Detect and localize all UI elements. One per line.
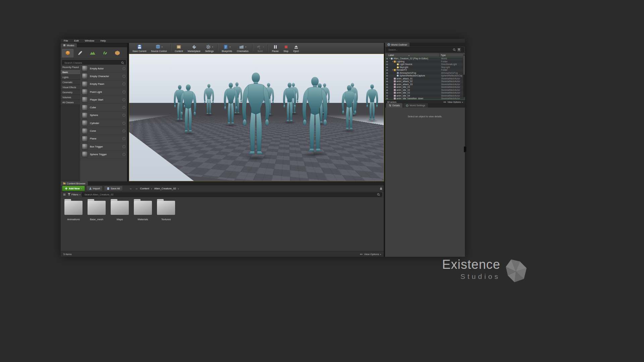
pause-button[interactable]: Pause [270, 43, 281, 53]
panel-expand-grip[interactable] [464, 146, 466, 152]
blueprints-button[interactable]: Blueprints [219, 43, 234, 53]
menu-item[interactable]: File [61, 39, 71, 43]
breadcrumb-root[interactable]: Content [140, 187, 149, 190]
outliner-row[interactable]: anim_idle_01 SkeletalMeshActor [385, 86, 465, 89]
modes-category[interactable]: Volumes [61, 95, 80, 100]
outliner-row[interactable]: Lighting Folder [385, 60, 465, 63]
modes-category[interactable]: All Classes [61, 100, 80, 105]
visibility-eye-icon[interactable] [386, 84, 388, 85]
tab-world-outliner[interactable]: World Outliner [385, 43, 410, 47]
visibility-eye-icon[interactable] [386, 61, 388, 62]
visibility-eye-icon[interactable] [386, 64, 388, 65]
outliner-row[interactable]: anim_attack_02 SkeletalMeshActor [385, 80, 465, 83]
modes-category[interactable]: Lights [61, 75, 80, 80]
modes-search-input[interactable] [64, 61, 120, 65]
outliner-column-header[interactable]: Label Type [385, 53, 465, 57]
menu-item[interactable]: Help [97, 39, 109, 43]
folder-tile[interactable]: Base_mesh [87, 199, 106, 221]
visibility-eye-icon[interactable] [386, 58, 388, 59]
folder-tile[interactable]: Materials [133, 199, 152, 221]
placeable-item[interactable]: Point Light [80, 88, 127, 96]
tab-modes[interactable]: Modes [61, 43, 77, 47]
placeable-item[interactable]: Cube [80, 104, 127, 111]
outliner-row[interactable]: anim_attack_03 SkeletalMeshActor [385, 83, 465, 86]
viewport[interactable] [129, 54, 384, 181]
modes-category[interactable]: Visual Effects [61, 85, 80, 90]
outliner-row[interactable]: Light Source DirectionalLight [385, 63, 465, 66]
visibility-eye-icon[interactable] [386, 98, 388, 99]
visibility-eye-icon[interactable] [386, 67, 388, 68]
folder-tile[interactable]: Maps [110, 199, 129, 221]
placeable-item[interactable]: Empty Character [80, 72, 127, 80]
visibility-eye-icon[interactable] [386, 81, 388, 82]
outliner-view-options-button[interactable]: View Options [443, 101, 463, 103]
placeable-item[interactable]: Sphere Trigger [80, 150, 127, 158]
mode-landscape-button[interactable] [87, 49, 98, 57]
placeable-item[interactable]: Empty Actor [80, 65, 127, 72]
save-all-button[interactable]: Save All [104, 186, 122, 191]
menu-item[interactable]: Edit [71, 39, 82, 43]
outliner-filter-button[interactable] [457, 48, 461, 52]
save-current-button[interactable]: Save Current [130, 43, 149, 53]
content-button[interactable]: Content [172, 43, 185, 53]
outliner-row[interactable]: anim_idle_04 SkeletalMeshActor [385, 95, 465, 98]
visibility-eye-icon[interactable] [386, 86, 388, 88]
outliner-scrollbar[interactable] [463, 55, 465, 97]
modes-category[interactable]: Basic [61, 70, 80, 75]
placeable-item[interactable]: Plane [80, 135, 127, 143]
scrollbar-thumb[interactable] [464, 55, 465, 75]
outliner-row[interactable]: SkyLight SkyLight [385, 66, 465, 69]
mode-geometry-button[interactable] [112, 49, 123, 57]
outliner-row[interactable]: AtmosphericFog AtmosphericFog [385, 72, 465, 75]
placeable-item[interactable]: Cylinder [80, 119, 127, 127]
outliner-row[interactable]: RenderFX Folder [385, 69, 465, 72]
outliner-search-input[interactable] [388, 48, 452, 51]
marketplace-button[interactable]: Marketplace [185, 43, 203, 53]
modes-category[interactable]: Cinematic [61, 80, 80, 85]
content-search-input[interactable] [84, 193, 376, 196]
mode-foliage-button[interactable] [99, 49, 111, 57]
modes-category[interactable]: Geometry [61, 90, 80, 95]
breadcrumb-current[interactable]: Alien_Creature_02 [154, 187, 176, 190]
tab-content-browser[interactable]: Content Browser [61, 181, 88, 185]
mode-paint-button[interactable] [74, 49, 86, 57]
source-control-button[interactable]: Source Control [149, 43, 169, 53]
outliner-row[interactable]: SphereReflectionCapture SphereReflection… [385, 74, 465, 77]
stop-button[interactable]: Stop [281, 43, 291, 53]
forward-button[interactable]: → [135, 186, 139, 191]
visibility-eye-icon[interactable] [386, 89, 388, 91]
column-label[interactable]: Label [388, 54, 410, 56]
visibility-eye-icon[interactable] [386, 95, 388, 97]
cinematics-button[interactable]: Cinematics [234, 43, 251, 53]
eject-button[interactable]: Eject [291, 43, 301, 53]
outliner-row[interactable]: anim_attack_01 SkeletalMeshActor [385, 77, 465, 80]
folder-tile[interactable]: Animations [64, 199, 83, 221]
visibility-eye-icon[interactable] [386, 75, 388, 76]
placeable-item[interactable]: Empty Pawn [80, 80, 127, 88]
outliner-row[interactable]: anim_idle_02 SkeletalMeshActor [385, 89, 465, 92]
build-button[interactable]: Build [254, 43, 266, 53]
add-new-button[interactable]: Add New [62, 186, 85, 191]
menu-item[interactable]: Window [82, 39, 97, 43]
tab-details[interactable]: Details [386, 103, 402, 108]
visibility-eye-icon[interactable] [386, 92, 388, 94]
outliner-row[interactable]: Alien_Creature_02 (Play In Editor) World [385, 57, 465, 60]
import-button[interactable]: Import [86, 186, 103, 191]
column-type[interactable]: Type [441, 54, 446, 56]
placeable-item[interactable]: Sphere [80, 112, 127, 119]
visibility-eye-icon[interactable] [386, 69, 388, 71]
modes-category[interactable]: Recently Placed [61, 65, 80, 70]
tab-world-settings[interactable]: World Settings [403, 103, 428, 108]
filters-button[interactable]: Filters [68, 193, 80, 196]
lock-icon[interactable] [380, 187, 382, 190]
settings-button[interactable]: Settings [203, 43, 216, 53]
visibility-eye-icon[interactable] [386, 78, 388, 79]
placeable-item[interactable]: Player Start [80, 96, 127, 104]
placeable-item[interactable]: Box Trigger [80, 143, 127, 150]
folder-tile[interactable]: Textures [157, 199, 175, 221]
sources-toggle-button[interactable] [62, 193, 66, 196]
mode-place-button[interactable] [62, 49, 73, 57]
outliner-row[interactable]: anim_idle_transition_down SkeletalMeshAc… [385, 97, 465, 100]
outliner-row[interactable]: anim_idle_03 SkeletalMeshActor [385, 92, 465, 95]
visibility-eye-icon[interactable] [386, 72, 388, 74]
